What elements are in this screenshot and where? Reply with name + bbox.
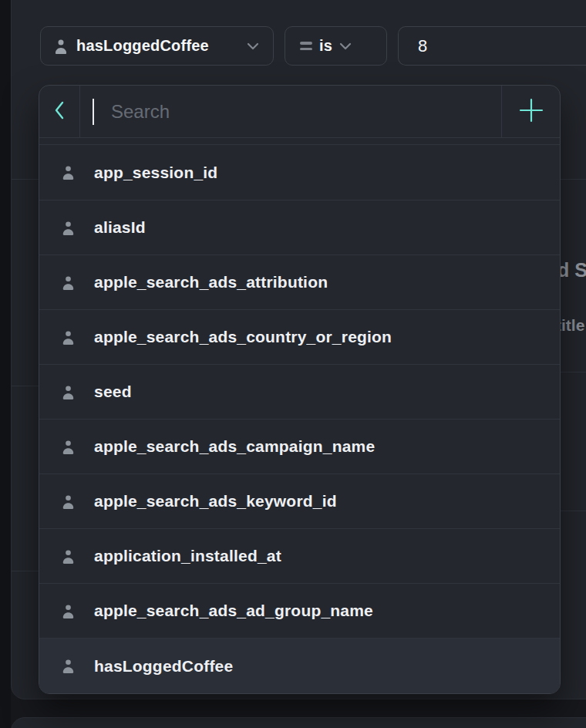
list-item-label: apple_search_ads_keyword_id bbox=[94, 492, 337, 511]
chevron-down-icon bbox=[247, 42, 259, 50]
chevron-left-icon bbox=[54, 101, 65, 122]
property-list: app_session_id aliasId apple_search_ads_… bbox=[39, 144, 560, 693]
property-picker-dropdown: app_session_id aliasId apple_search_ads_… bbox=[39, 85, 561, 694]
dropdown-header bbox=[39, 86, 560, 138]
filter-property-label: hasLoggedCoffee bbox=[76, 37, 209, 55]
occluded-background-text: d S bbox=[557, 259, 586, 281]
list-item[interactable]: aliasId bbox=[39, 200, 560, 254]
list-item[interactable]: apple_search_ads_keyword_id bbox=[39, 474, 560, 528]
page-gutter bbox=[0, 0, 11, 728]
person-icon bbox=[61, 439, 76, 455]
background-divider bbox=[12, 386, 39, 386]
list-item-label: seed bbox=[94, 383, 132, 401]
filter-property-chip[interactable]: hasLoggedCoffee bbox=[40, 26, 274, 66]
filter-operator-label: is bbox=[319, 37, 332, 55]
page-background: d S title hasLoggedCoffee is 8 bbox=[0, 0, 586, 728]
person-icon bbox=[61, 603, 76, 619]
list-item[interactable]: app_session_id bbox=[39, 145, 560, 200]
person-icon bbox=[61, 384, 76, 400]
list-item-label: app_session_id bbox=[94, 163, 217, 182]
person-icon bbox=[61, 220, 76, 236]
list-item-label: apple_search_ads_attribution bbox=[94, 273, 328, 292]
list-item[interactable]: application_installed_at bbox=[39, 528, 560, 583]
list-item-label: apple_search_ads_ad_group_name bbox=[94, 602, 373, 620]
background-divider bbox=[560, 511, 586, 511]
person-icon bbox=[61, 658, 76, 674]
plus-icon bbox=[518, 97, 544, 126]
next-section-panel bbox=[11, 717, 586, 728]
person-icon bbox=[61, 329, 76, 345]
list-item-label: apple_search_ads_country_or_region bbox=[94, 328, 392, 346]
background-divider bbox=[560, 372, 586, 372]
list-item[interactable]: apple_search_ads_campaign_name bbox=[39, 419, 560, 474]
person-icon bbox=[53, 38, 69, 55]
list-item[interactable]: seed bbox=[39, 364, 560, 419]
list-item-label: apple_search_ads_campaign_name bbox=[94, 437, 375, 456]
person-icon bbox=[61, 164, 76, 180]
search-field-wrap bbox=[80, 86, 501, 137]
list-item-label: hasLoggedCoffee bbox=[94, 657, 233, 676]
list-item[interactable]: apple_search_ads_country_or_region bbox=[39, 309, 560, 364]
filter-value-chip[interactable]: 8 bbox=[398, 26, 586, 66]
list-item[interactable]: apple_search_ads_ad_group_name bbox=[39, 583, 560, 638]
equals-icon bbox=[300, 42, 312, 50]
list-item-label: application_installed_at bbox=[94, 547, 281, 565]
filter-value-text: 8 bbox=[418, 36, 427, 56]
filter-operator-chip[interactable]: is bbox=[285, 26, 387, 66]
person-icon bbox=[61, 275, 76, 291]
list-item-label: aliasId bbox=[94, 218, 146, 237]
list-item-selected[interactable]: hasLoggedCoffee bbox=[39, 638, 560, 693]
person-icon bbox=[61, 494, 76, 510]
search-input[interactable] bbox=[80, 86, 501, 137]
list-item[interactable]: apple_search_ads_attribution bbox=[39, 254, 560, 309]
chevron-down-icon bbox=[339, 42, 352, 50]
person-icon bbox=[61, 548, 76, 565]
background-divider bbox=[12, 571, 39, 571]
back-button[interactable] bbox=[39, 86, 80, 137]
text-caret bbox=[93, 99, 94, 125]
add-property-button[interactable] bbox=[501, 86, 560, 137]
